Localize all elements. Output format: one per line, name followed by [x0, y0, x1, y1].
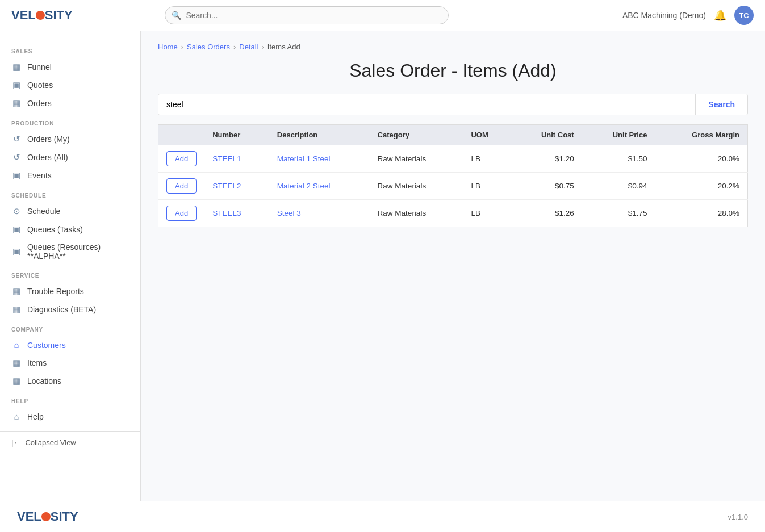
sidebar-label-schedule: Schedule [27, 207, 60, 216]
global-search-input[interactable] [165, 6, 449, 24]
cell-category-1: Raw Materials [370, 173, 463, 200]
cell-unit-price-0: $1.50 [582, 145, 655, 173]
cell-gross-margin-0: 20.0% [655, 145, 747, 173]
avatar[interactable]: TC [734, 6, 754, 25]
sidebar-icon-diagnostics: ▦ [11, 304, 22, 315]
sidebar-label-queues-resources: Queues (Resources) **ALPHA** [27, 242, 129, 261]
sidebar-icon-schedule: ⊙ [11, 206, 22, 216]
company-name: ABC Machining (Demo) [622, 11, 706, 20]
table-row: AddSTEEL2Material 2 SteelRaw MaterialsLB… [158, 173, 748, 200]
sidebar-item-items[interactable]: ▦Items [0, 354, 140, 372]
cell-uom-0: LB [463, 145, 511, 173]
breadcrumb-detail[interactable]: Detail [239, 43, 258, 51]
sidebar-item-orders[interactable]: ▦Orders [0, 94, 140, 112]
sidebar-section-service: SERVICE [0, 265, 140, 282]
cell-uom-2: LB [463, 200, 511, 227]
sidebar-icon-quotes: ▣ [11, 80, 22, 90]
table-body: AddSTEEL1Material 1 SteelRaw MaterialsLB… [158, 145, 748, 227]
sidebar-icon-orders-my: ↺ [11, 134, 22, 144]
notification-icon[interactable]: 🔔 [714, 9, 726, 22]
sidebar-label-trouble-reports: Trouble Reports [27, 287, 84, 296]
cell-category-2: Raw Materials [370, 200, 463, 227]
cell-unit-price-2: $1.75 [582, 200, 655, 227]
navbar-right: ABC Machining (Demo) 🔔 TC [622, 6, 754, 25]
sidebar-item-orders-my[interactable]: ↺Orders (My) [0, 130, 140, 148]
description-link-0[interactable]: Material 1 Steel [277, 154, 331, 163]
cell-description-1: Material 2 Steel [269, 173, 370, 200]
breadcrumb-sales-orders[interactable]: Sales Orders [187, 43, 230, 51]
collapse-view-button[interactable]: |← Collapsed View [0, 431, 140, 454]
sidebar-item-customers[interactable]: ⌂Customers [0, 336, 140, 354]
cell-category-0: Raw Materials [370, 145, 463, 173]
cell-number-0: STEEL1 [204, 145, 269, 173]
table-row: AddSTEEL1Material 1 SteelRaw MaterialsLB… [158, 145, 748, 173]
number-link-0[interactable]: STEEL1 [212, 154, 241, 163]
version-label: v1.1.0 [728, 513, 748, 521]
sidebar-label-orders-all: Orders (All) [27, 153, 68, 162]
sidebar-label-locations: Locations [27, 376, 61, 386]
sidebar-label-customers: Customers [27, 341, 66, 350]
item-search-input[interactable] [158, 94, 689, 115]
sidebar-icon-trouble-reports: ▦ [11, 286, 22, 296]
sidebar-section-production: PRODUCTION [0, 112, 140, 130]
sidebar-icon-orders: ▦ [11, 98, 22, 108]
cell-unit-cost-0: $1.20 [511, 145, 582, 173]
collapse-icon: |← [11, 438, 20, 447]
sidebar-label-items: Items [27, 358, 47, 367]
sidebar-icon-locations: ▦ [11, 376, 22, 386]
col-description: Description [269, 125, 370, 145]
sidebar: SALES▦Funnel▣Quotes▦OrdersPRODUCTION↺Ord… [0, 31, 141, 501]
sidebar-section-help: HELP [0, 390, 140, 408]
description-link-1[interactable]: Material 2 Steel [277, 182, 331, 190]
cell-uom-1: LB [463, 173, 511, 200]
sidebar-label-diagnostics: Diagnostics (BETA) [27, 305, 96, 314]
sidebar-item-schedule[interactable]: ⊙Schedule [0, 202, 140, 220]
sidebar-label-queues-tasks: Queues (Tasks) [27, 225, 83, 234]
add-item-button-0[interactable]: Add [166, 151, 197, 166]
sidebar-icon-queues-tasks: ▣ [11, 224, 22, 234]
sidebar-icon-funnel: ▦ [11, 62, 22, 72]
sidebar-section-schedule: SCHEDULE [0, 185, 140, 202]
number-link-2[interactable]: STEEL3 [212, 209, 241, 217]
item-search-button[interactable]: Search [695, 94, 747, 115]
sidebar-item-queues-resources[interactable]: ▣Queues (Resources) **ALPHA** [0, 238, 140, 265]
footer: VEL SITY v1.1.0 [0, 501, 765, 532]
sidebar-label-events: Events [27, 171, 52, 180]
sidebar-item-trouble-reports[interactable]: ▦Trouble Reports [0, 282, 140, 300]
sidebar-item-locations[interactable]: ▦Locations [0, 372, 140, 390]
collapse-label: Collapsed View [25, 438, 76, 447]
add-item-button-1[interactable]: Add [166, 178, 197, 194]
cell-gross-margin-1: 20.2% [655, 173, 747, 200]
sidebar-item-events[interactable]: ▣Events [0, 166, 140, 185]
sidebar-item-quotes[interactable]: ▣Quotes [0, 76, 140, 94]
page-title: Sales Order - Items (Add) [158, 60, 748, 81]
cell-unit-price-1: $0.94 [582, 173, 655, 200]
col-gross-margin: Gross Margin [655, 125, 747, 145]
search-icon: 🔍 [172, 11, 181, 20]
col-uom: UOM [463, 125, 511, 145]
sidebar-label-funnel: Funnel [27, 62, 52, 72]
sidebar-section-company: COMPANY [0, 319, 140, 336]
sidebar-item-funnel[interactable]: ▦Funnel [0, 58, 140, 76]
cell-number-2: STEEL3 [204, 200, 269, 227]
add-item-button-2[interactable]: Add [166, 206, 197, 221]
col-add [158, 125, 205, 145]
table-row: AddSTEEL3Steel 3Raw MaterialsLB$1.26$1.7… [158, 200, 748, 227]
number-link-1[interactable]: STEEL2 [212, 182, 241, 190]
cell-description-0: Material 1 Steel [269, 145, 370, 173]
main-layout: SALES▦Funnel▣Quotes▦OrdersPRODUCTION↺Ord… [0, 31, 765, 501]
sidebar-item-diagnostics[interactable]: ▦Diagnostics (BETA) [0, 300, 140, 319]
sidebar-item-orders-all[interactable]: ↺Orders (All) [0, 148, 140, 166]
sidebar-icon-queues-resources: ▣ [11, 246, 22, 257]
cell-number-1: STEEL2 [204, 173, 269, 200]
sidebar-item-queues-tasks[interactable]: ▣Queues (Tasks) [0, 220, 140, 238]
description-link-2[interactable]: Steel 3 [277, 209, 301, 217]
main-content: Home › Sales Orders › Detail › Items Add… [141, 31, 765, 501]
sidebar-label-orders: Orders [27, 99, 52, 108]
sidebar-item-help[interactable]: ⌂Help [0, 408, 140, 425]
item-search-bar: Search [158, 94, 748, 115]
col-number: Number [204, 125, 269, 145]
breadcrumb-home[interactable]: Home [158, 43, 178, 51]
footer-logo-circle [41, 512, 51, 521]
sidebar-icon-events: ▣ [11, 170, 22, 181]
